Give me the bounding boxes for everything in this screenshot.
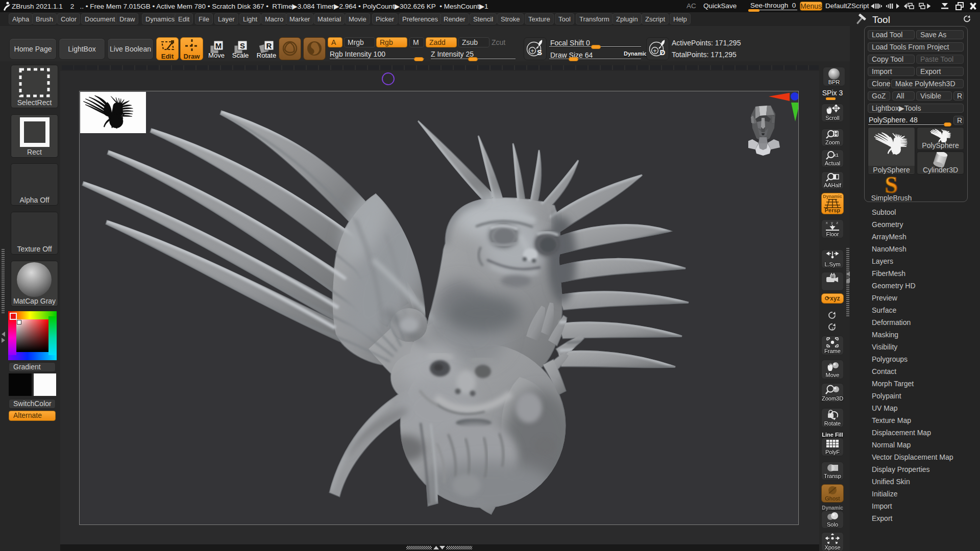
svg-text:S: S <box>240 41 245 50</box>
svg-text:x1: x1 <box>834 153 839 158</box>
svg-text:M: M <box>215 41 222 50</box>
svg-text:S: S <box>885 177 898 194</box>
svg-text:z: z <box>831 326 834 331</box>
svg-text:Scale: Scale <box>232 52 249 59</box>
svg-text:+: + <box>653 47 656 55</box>
svg-text:R: R <box>266 41 272 50</box>
svg-text:Rotate: Rotate <box>257 52 276 59</box>
svg-text:Move: Move <box>208 52 225 59</box>
svg-text:S: S <box>537 48 542 57</box>
svg-text:D: D <box>660 48 666 57</box>
svg-text:c: c <box>832 276 834 279</box>
svg-text:+: + <box>530 47 534 55</box>
